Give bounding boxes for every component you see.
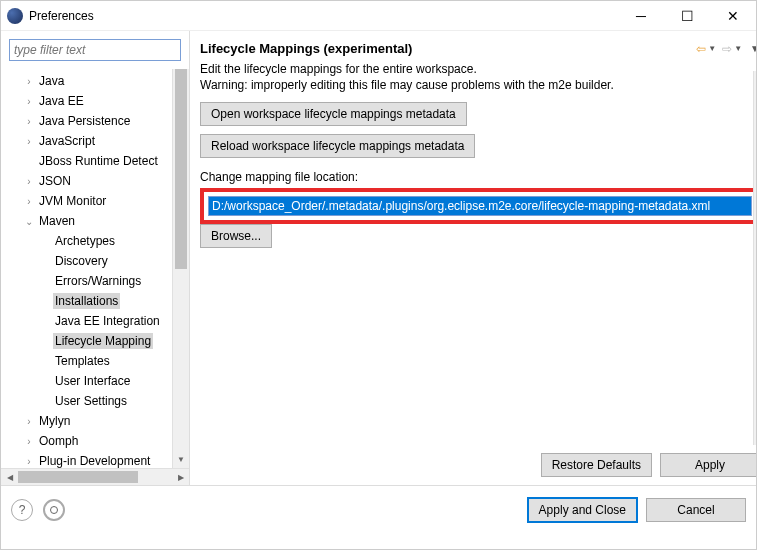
titlebar: Preferences ─ ☐ ✕ bbox=[1, 1, 756, 31]
tree-node-label: Errors/Warnings bbox=[53, 273, 143, 289]
view-menu-button[interactable]: ▼ bbox=[748, 43, 757, 54]
tree-node-label: Java EE Integration bbox=[53, 313, 162, 329]
tree-node-label: JavaScript bbox=[37, 133, 97, 149]
filter-input[interactable] bbox=[9, 39, 181, 61]
tree-node[interactable]: ›Java bbox=[1, 71, 189, 91]
maximize-button[interactable]: ☐ bbox=[664, 1, 710, 31]
expand-icon[interactable]: › bbox=[21, 416, 37, 427]
scroll-down-icon[interactable]: ▼ bbox=[173, 451, 189, 468]
sidebar: ›Java›Java EE›Java Persistence›JavaScrip… bbox=[1, 31, 190, 485]
tree-node-label: Installations bbox=[53, 293, 120, 309]
horizontal-scrollbar[interactable]: ◀ ▶ bbox=[1, 468, 189, 485]
expand-icon[interactable]: › bbox=[21, 436, 37, 447]
scroll-thumb-h[interactable] bbox=[18, 471, 138, 483]
vertical-scrollbar[interactable]: ▲ ▼ bbox=[172, 69, 189, 468]
close-button[interactable]: ✕ bbox=[710, 1, 756, 31]
tree-node-label: Lifecycle Mapping bbox=[53, 333, 153, 349]
tree-node[interactable]: Installations bbox=[1, 291, 189, 311]
expand-icon[interactable]: › bbox=[21, 76, 37, 87]
tree-node[interactable]: User Interface bbox=[1, 371, 189, 391]
expand-icon[interactable]: › bbox=[21, 176, 37, 187]
tree-node[interactable]: Discovery bbox=[1, 251, 189, 271]
apply-and-close-button[interactable]: Apply and Close bbox=[527, 497, 638, 523]
tree-node-label: User Interface bbox=[53, 373, 132, 389]
expand-icon[interactable]: › bbox=[21, 96, 37, 107]
apply-button[interactable]: Apply bbox=[660, 453, 757, 477]
reload-metadata-button[interactable]: Reload workspace lifecycle mappings meta… bbox=[200, 134, 475, 158]
highlighted-region bbox=[200, 188, 757, 224]
tree-node-label: Archetypes bbox=[53, 233, 117, 249]
tree-node[interactable]: ⌄Maven bbox=[1, 211, 189, 231]
tree-node-label: Templates bbox=[53, 353, 112, 369]
nav-back-button[interactable]: ⇦▼ bbox=[696, 42, 716, 56]
tree-node[interactable]: JBoss Runtime Detect bbox=[1, 151, 189, 171]
window-title: Preferences bbox=[29, 9, 94, 23]
content-vertical-scrollbar[interactable] bbox=[753, 71, 757, 445]
tree-node-label: User Settings bbox=[53, 393, 129, 409]
tree-node-label: Java Persistence bbox=[37, 113, 132, 129]
scroll-right-icon[interactable]: ▶ bbox=[172, 469, 189, 485]
tree-node-label: Plug-in Development bbox=[37, 453, 152, 468]
content-panel: Lifecycle Mappings (experimental) ⇦▼ ⇨▼ … bbox=[190, 31, 757, 485]
tree-node-label: JBoss Runtime Detect bbox=[37, 153, 160, 169]
tree-node-label: Mylyn bbox=[37, 413, 72, 429]
tree-node[interactable]: ›Mylyn bbox=[1, 411, 189, 431]
expand-icon[interactable]: › bbox=[21, 196, 37, 207]
tree-node[interactable]: ›Oomph bbox=[1, 431, 189, 451]
tree-node[interactable]: ›JSON bbox=[1, 171, 189, 191]
tree-node-label: JVM Monitor bbox=[37, 193, 108, 209]
tree-node-label: Maven bbox=[37, 213, 77, 229]
bottom-bar: ? Apply and Close Cancel bbox=[1, 485, 756, 533]
help-icon[interactable]: ? bbox=[11, 499, 33, 521]
tree-node[interactable]: Archetypes bbox=[1, 231, 189, 251]
tree-node-label: Oomph bbox=[37, 433, 80, 449]
browse-button[interactable]: Browse... bbox=[200, 224, 272, 248]
expand-icon[interactable]: › bbox=[21, 456, 37, 467]
tree-node-label: Java bbox=[37, 73, 66, 89]
tree-node[interactable]: ›JavaScript bbox=[1, 131, 189, 151]
mapping-file-path-input[interactable] bbox=[208, 196, 752, 216]
tree-node-label: JSON bbox=[37, 173, 73, 189]
tree-node[interactable]: Lifecycle Mapping bbox=[1, 331, 189, 351]
tree-node[interactable]: Java EE Integration bbox=[1, 311, 189, 331]
app-icon bbox=[7, 8, 23, 24]
collapse-icon[interactable]: ⌄ bbox=[21, 216, 37, 227]
description-line-2: Warning: improperly editing this file ma… bbox=[200, 78, 757, 92]
expand-icon[interactable]: › bbox=[21, 136, 37, 147]
content-header: Lifecycle Mappings (experimental) ⇦▼ ⇨▼ … bbox=[190, 31, 757, 62]
tree-node[interactable]: ›JVM Monitor bbox=[1, 191, 189, 211]
open-metadata-button[interactable]: Open workspace lifecycle mappings metada… bbox=[200, 102, 467, 126]
tree-node[interactable]: Errors/Warnings bbox=[1, 271, 189, 291]
tree-node[interactable]: Templates bbox=[1, 351, 189, 371]
main-region: ›Java›Java EE›Java Persistence›JavaScrip… bbox=[1, 31, 756, 485]
tree-node[interactable]: ›Java Persistence bbox=[1, 111, 189, 131]
import-export-icon[interactable] bbox=[43, 499, 65, 521]
scroll-thumb[interactable] bbox=[175, 69, 187, 269]
page-heading: Lifecycle Mappings (experimental) bbox=[200, 41, 412, 56]
content-footer: Restore Defaults Apply bbox=[541, 453, 757, 477]
change-location-label: Change mapping file location: bbox=[200, 170, 757, 184]
description-line-1: Edit the lifecycle mappings for the enti… bbox=[200, 62, 757, 76]
scroll-left-icon[interactable]: ◀ bbox=[1, 469, 18, 485]
tree-node-label: Java EE bbox=[37, 93, 86, 109]
tree-node-label: Discovery bbox=[53, 253, 110, 269]
cancel-button[interactable]: Cancel bbox=[646, 498, 746, 522]
tree-node[interactable]: ›Java EE bbox=[1, 91, 189, 111]
restore-defaults-button[interactable]: Restore Defaults bbox=[541, 453, 652, 477]
tree-node[interactable]: User Settings bbox=[1, 391, 189, 411]
content-body: Edit the lifecycle mappings for the enti… bbox=[190, 62, 757, 248]
minimize-button[interactable]: ─ bbox=[618, 1, 664, 31]
preferences-tree[interactable]: ›Java›Java EE›Java Persistence›JavaScrip… bbox=[1, 69, 189, 468]
tree-node[interactable]: ›Plug-in Development bbox=[1, 451, 189, 468]
nav-forward-button[interactable]: ⇨▼ bbox=[722, 42, 742, 56]
expand-icon[interactable]: › bbox=[21, 116, 37, 127]
